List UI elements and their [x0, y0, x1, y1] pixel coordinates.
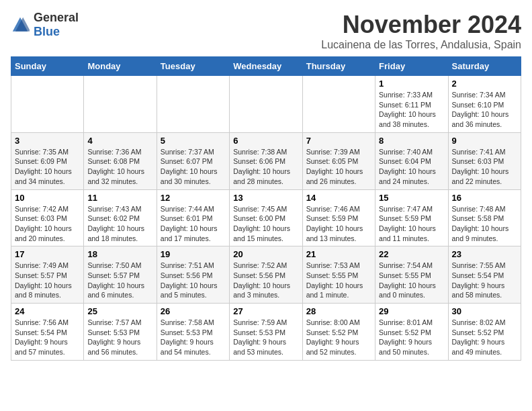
day-cell-3: 3Sunrise: 7:35 AM Sunset: 6:09 PM Daylig… — [11, 132, 84, 189]
day-cell-14: 14Sunrise: 7:46 AM Sunset: 5:59 PM Dayli… — [302, 189, 375, 246]
day-number: 20 — [233, 249, 298, 259]
day-number: 28 — [306, 306, 371, 316]
day-info: Sunrise: 7:46 AM Sunset: 5:59 PM Dayligh… — [306, 204, 371, 244]
week-row-5: 24Sunrise: 7:56 AM Sunset: 5:54 PM Dayli… — [11, 304, 521, 361]
day-number: 7 — [306, 136, 371, 146]
day-info: Sunrise: 7:51 AM Sunset: 5:56 PM Dayligh… — [161, 261, 226, 300]
day-number: 9 — [452, 136, 517, 146]
day-info: Sunrise: 7:41 AM Sunset: 6:03 PM Dayligh… — [452, 147, 517, 187]
day-info: Sunrise: 7:57 AM Sunset: 5:53 PM Dayligh… — [87, 318, 152, 357]
day-cell-1: 1Sunrise: 7:33 AM Sunset: 6:11 PM Daylig… — [375, 76, 448, 133]
day-cell-11: 11Sunrise: 7:43 AM Sunset: 6:02 PM Dayli… — [84, 189, 157, 246]
day-number: 2 — [452, 79, 517, 89]
weekday-header-wednesday: Wednesday — [230, 57, 302, 76]
day-info: Sunrise: 7:36 AM Sunset: 6:08 PM Dayligh… — [87, 147, 152, 187]
day-cell-8: 8Sunrise: 7:40 AM Sunset: 6:04 PM Daylig… — [375, 132, 448, 189]
day-cell-20: 20Sunrise: 7:52 AM Sunset: 5:56 PM Dayli… — [230, 246, 302, 304]
day-info: Sunrise: 7:54 AM Sunset: 5:55 PM Dayligh… — [379, 261, 444, 300]
week-row-2: 3Sunrise: 7:35 AM Sunset: 6:09 PM Daylig… — [11, 132, 521, 189]
day-number: 5 — [161, 136, 226, 146]
weekday-header-tuesday: Tuesday — [157, 57, 229, 76]
day-cell-25: 25Sunrise: 7:57 AM Sunset: 5:53 PM Dayli… — [84, 304, 157, 361]
logo-text-blue: Blue — [34, 25, 60, 38]
day-cell-30: 30Sunrise: 8:02 AM Sunset: 5:52 PM Dayli… — [448, 304, 521, 361]
day-number: 13 — [233, 193, 298, 203]
day-cell-16: 16Sunrise: 7:48 AM Sunset: 5:58 PM Dayli… — [448, 189, 521, 246]
day-cell-28: 28Sunrise: 8:00 AM Sunset: 5:52 PM Dayli… — [302, 304, 375, 361]
day-cell-4: 4Sunrise: 7:36 AM Sunset: 6:08 PM Daylig… — [84, 132, 157, 189]
day-info: Sunrise: 7:34 AM Sunset: 6:10 PM Dayligh… — [452, 90, 517, 130]
day-cell-18: 18Sunrise: 7:50 AM Sunset: 5:57 PM Dayli… — [84, 246, 157, 304]
day-info: Sunrise: 7:47 AM Sunset: 5:59 PM Dayligh… — [379, 204, 444, 244]
day-info: Sunrise: 8:00 AM Sunset: 5:52 PM Dayligh… — [306, 318, 371, 357]
day-info: Sunrise: 7:53 AM Sunset: 5:55 PM Dayligh… — [306, 261, 371, 300]
day-info: Sunrise: 7:33 AM Sunset: 6:11 PM Dayligh… — [379, 90, 444, 130]
week-row-4: 17Sunrise: 7:49 AM Sunset: 5:57 PM Dayli… — [11, 246, 521, 304]
day-cell-23: 23Sunrise: 7:55 AM Sunset: 5:54 PM Dayli… — [448, 246, 521, 304]
empty-cell — [230, 76, 302, 133]
day-cell-2: 2Sunrise: 7:34 AM Sunset: 6:10 PM Daylig… — [448, 76, 521, 133]
day-info: Sunrise: 7:55 AM Sunset: 5:54 PM Dayligh… — [452, 261, 517, 300]
day-number: 3 — [15, 136, 80, 146]
day-info: Sunrise: 7:45 AM Sunset: 6:00 PM Dayligh… — [233, 204, 298, 244]
week-row-3: 10Sunrise: 7:42 AM Sunset: 6:03 PM Dayli… — [11, 189, 521, 246]
day-cell-10: 10Sunrise: 7:42 AM Sunset: 6:03 PM Dayli… — [11, 189, 84, 246]
day-number: 24 — [15, 306, 80, 316]
month-title: November 2024 — [321, 11, 521, 39]
day-cell-19: 19Sunrise: 7:51 AM Sunset: 5:56 PM Dayli… — [157, 246, 229, 304]
day-cell-5: 5Sunrise: 7:37 AM Sunset: 6:07 PM Daylig… — [157, 132, 229, 189]
day-number: 1 — [379, 79, 444, 89]
day-info: Sunrise: 7:40 AM Sunset: 6:04 PM Dayligh… — [379, 147, 444, 187]
weekday-header-friday: Friday — [375, 57, 448, 76]
logo: General Blue — [11, 11, 79, 39]
calendar: SundayMondayTuesdayWednesdayThursdayFrid… — [11, 56, 521, 361]
day-number: 8 — [379, 136, 444, 146]
day-cell-24: 24Sunrise: 7:56 AM Sunset: 5:54 PM Dayli… — [11, 304, 84, 361]
day-cell-22: 22Sunrise: 7:54 AM Sunset: 5:55 PM Dayli… — [375, 246, 448, 304]
weekday-header-saturday: Saturday — [448, 57, 521, 76]
day-number: 22 — [379, 249, 444, 259]
day-info: Sunrise: 7:50 AM Sunset: 5:57 PM Dayligh… — [87, 261, 152, 300]
day-cell-6: 6Sunrise: 7:38 AM Sunset: 6:06 PM Daylig… — [230, 132, 302, 189]
day-number: 23 — [452, 249, 517, 259]
day-info: Sunrise: 7:58 AM Sunset: 5:53 PM Dayligh… — [161, 318, 226, 357]
day-number: 14 — [306, 193, 371, 203]
day-info: Sunrise: 7:43 AM Sunset: 6:02 PM Dayligh… — [87, 204, 152, 244]
day-info: Sunrise: 7:35 AM Sunset: 6:09 PM Dayligh… — [15, 147, 80, 187]
day-number: 29 — [379, 306, 444, 316]
day-cell-9: 9Sunrise: 7:41 AM Sunset: 6:03 PM Daylig… — [448, 132, 521, 189]
day-number: 12 — [161, 193, 226, 203]
day-info: Sunrise: 8:01 AM Sunset: 5:52 PM Dayligh… — [379, 318, 444, 357]
day-cell-26: 26Sunrise: 7:58 AM Sunset: 5:53 PM Dayli… — [157, 304, 229, 361]
weekday-header-monday: Monday — [84, 57, 157, 76]
title-area: November 2024 Lucainena de las Torres, A… — [321, 11, 521, 51]
day-cell-7: 7Sunrise: 7:39 AM Sunset: 6:05 PM Daylig… — [302, 132, 375, 189]
day-info: Sunrise: 7:49 AM Sunset: 5:57 PM Dayligh… — [15, 261, 80, 300]
day-cell-21: 21Sunrise: 7:53 AM Sunset: 5:55 PM Dayli… — [302, 246, 375, 304]
day-number: 21 — [306, 249, 371, 259]
day-cell-27: 27Sunrise: 7:59 AM Sunset: 5:53 PM Dayli… — [230, 304, 302, 361]
day-info: Sunrise: 7:44 AM Sunset: 6:01 PM Dayligh… — [161, 204, 226, 244]
empty-cell — [157, 76, 229, 133]
day-number: 4 — [87, 136, 152, 146]
weekday-header-row: SundayMondayTuesdayWednesdayThursdayFrid… — [11, 57, 521, 76]
week-row-1: 1Sunrise: 7:33 AM Sunset: 6:11 PM Daylig… — [11, 76, 521, 133]
day-number: 25 — [87, 306, 152, 316]
weekday-header-sunday: Sunday — [11, 57, 84, 76]
logo-text-general: General — [34, 11, 79, 24]
day-number: 11 — [87, 193, 152, 203]
day-cell-13: 13Sunrise: 7:45 AM Sunset: 6:00 PM Dayli… — [230, 189, 302, 246]
location-title: Lucainena de las Torres, Andalusia, Spai… — [321, 39, 521, 51]
day-number: 18 — [87, 249, 152, 259]
empty-cell — [302, 76, 375, 133]
day-number: 16 — [452, 193, 517, 203]
weekday-header-thursday: Thursday — [302, 57, 375, 76]
day-info: Sunrise: 7:39 AM Sunset: 6:05 PM Dayligh… — [306, 147, 371, 187]
day-number: 30 — [452, 306, 517, 316]
day-info: Sunrise: 7:48 AM Sunset: 5:58 PM Dayligh… — [452, 204, 517, 244]
day-number: 26 — [161, 306, 226, 316]
day-info: Sunrise: 7:42 AM Sunset: 6:03 PM Dayligh… — [15, 204, 80, 244]
day-info: Sunrise: 7:52 AM Sunset: 5:56 PM Dayligh… — [233, 261, 298, 300]
day-info: Sunrise: 7:37 AM Sunset: 6:07 PM Dayligh… — [161, 147, 226, 187]
day-cell-17: 17Sunrise: 7:49 AM Sunset: 5:57 PM Dayli… — [11, 246, 84, 304]
